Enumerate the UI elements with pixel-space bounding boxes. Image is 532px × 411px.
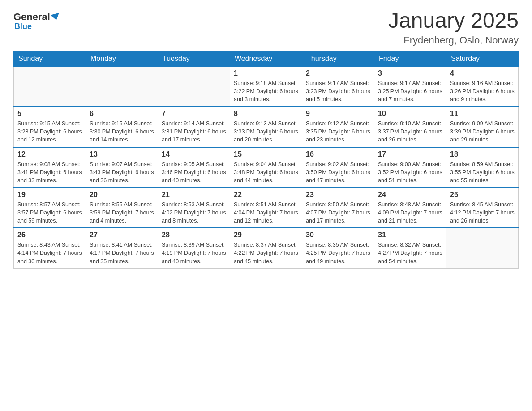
day-info: Sunrise: 9:15 AM Sunset: 3:28 PM Dayligh… [17,120,82,144]
calendar-cell: 29Sunrise: 8:37 AM Sunset: 4:22 PM Dayli… [230,228,302,268]
calendar-cell: 30Sunrise: 8:35 AM Sunset: 4:25 PM Dayli… [302,228,374,268]
calendar-week-3: 12Sunrise: 9:08 AM Sunset: 3:41 PM Dayli… [14,147,519,188]
day-number: 29 [234,231,298,239]
day-info: Sunrise: 9:17 AM Sunset: 3:23 PM Dayligh… [306,79,370,103]
day-number: 17 [378,150,442,158]
col-header-sunday: Sunday [14,51,86,66]
calendar-table: SundayMondayTuesdayWednesdayThursdayFrid… [13,51,519,269]
calendar-cell: 22Sunrise: 8:51 AM Sunset: 4:04 PM Dayli… [230,188,302,228]
calendar-cell: 28Sunrise: 8:39 AM Sunset: 4:19 PM Dayli… [158,228,230,268]
day-number: 21 [162,191,226,199]
col-header-monday: Monday [86,51,158,66]
col-header-tuesday: Tuesday [158,51,230,66]
day-number: 7 [162,110,226,118]
day-number: 28 [162,231,226,239]
calendar-title: January 2025 [388,9,519,33]
day-info: Sunrise: 9:18 AM Sunset: 3:22 PM Dayligh… [234,79,298,103]
calendar-cell [446,228,519,268]
day-info: Sunrise: 8:45 AM Sunset: 4:12 PM Dayligh… [450,201,515,225]
day-number: 22 [234,191,298,199]
calendar-week-4: 19Sunrise: 8:57 AM Sunset: 3:57 PM Dayli… [14,188,519,228]
calendar-cell: 26Sunrise: 8:43 AM Sunset: 4:14 PM Dayli… [14,228,86,268]
day-info: Sunrise: 9:07 AM Sunset: 3:43 PM Dayligh… [90,160,154,184]
calendar-cell: 19Sunrise: 8:57 AM Sunset: 3:57 PM Dayli… [14,188,86,228]
logo-general: General [13,11,50,23]
page-header: General Blue January 2025 Frydenberg, Os… [13,9,519,46]
day-info: Sunrise: 9:09 AM Sunset: 3:39 PM Dayligh… [450,120,515,144]
day-number: 4 [450,69,515,77]
calendar-cell: 25Sunrise: 8:45 AM Sunset: 4:12 PM Dayli… [446,188,519,228]
day-info: Sunrise: 9:08 AM Sunset: 3:41 PM Dayligh… [17,160,82,184]
calendar-cell: 5Sunrise: 9:15 AM Sunset: 3:28 PM Daylig… [14,107,86,147]
day-number: 5 [17,110,82,118]
calendar-cell: 4Sunrise: 9:16 AM Sunset: 3:26 PM Daylig… [446,66,519,107]
calendar-header-row: SundayMondayTuesdayWednesdayThursdayFrid… [14,51,519,66]
day-info: Sunrise: 9:02 AM Sunset: 3:50 PM Dayligh… [306,160,370,184]
calendar-cell: 12Sunrise: 9:08 AM Sunset: 3:41 PM Dayli… [14,147,86,188]
day-info: Sunrise: 9:05 AM Sunset: 3:46 PM Dayligh… [162,160,226,184]
calendar-cell: 1Sunrise: 9:18 AM Sunset: 3:22 PM Daylig… [230,66,302,107]
day-number: 23 [306,191,370,199]
calendar-week-5: 26Sunrise: 8:43 AM Sunset: 4:14 PM Dayli… [14,228,519,268]
day-number: 14 [162,150,226,158]
calendar-subtitle: Frydenberg, Oslo, Norway [388,34,519,46]
calendar-cell: 15Sunrise: 9:04 AM Sunset: 3:48 PM Dayli… [230,147,302,188]
calendar-cell [158,66,230,107]
day-number: 10 [378,110,442,118]
day-number: 13 [90,150,154,158]
day-info: Sunrise: 8:55 AM Sunset: 3:59 PM Dayligh… [90,201,154,225]
calendar-week-2: 5Sunrise: 9:15 AM Sunset: 3:28 PM Daylig… [14,107,519,147]
calendar-cell [14,66,86,107]
calendar-cell: 13Sunrise: 9:07 AM Sunset: 3:43 PM Dayli… [86,147,158,188]
day-number: 3 [378,69,442,77]
calendar-cell: 23Sunrise: 8:50 AM Sunset: 4:07 PM Dayli… [302,188,374,228]
day-info: Sunrise: 9:13 AM Sunset: 3:33 PM Dayligh… [234,120,298,144]
calendar-cell: 6Sunrise: 9:15 AM Sunset: 3:30 PM Daylig… [86,107,158,147]
day-info: Sunrise: 9:12 AM Sunset: 3:35 PM Dayligh… [306,120,370,144]
calendar-cell: 31Sunrise: 8:32 AM Sunset: 4:27 PM Dayli… [374,228,446,268]
day-info: Sunrise: 8:41 AM Sunset: 4:17 PM Dayligh… [90,241,154,265]
day-number: 19 [17,191,82,199]
day-number: 31 [378,231,442,239]
day-info: Sunrise: 9:10 AM Sunset: 3:37 PM Dayligh… [378,120,442,144]
calendar-cell: 16Sunrise: 9:02 AM Sunset: 3:50 PM Dayli… [302,147,374,188]
day-info: Sunrise: 8:51 AM Sunset: 4:04 PM Dayligh… [234,201,298,225]
day-info: Sunrise: 8:43 AM Sunset: 4:14 PM Dayligh… [17,241,82,265]
day-number: 18 [450,150,515,158]
calendar-cell: 20Sunrise: 8:55 AM Sunset: 3:59 PM Dayli… [86,188,158,228]
calendar-cell: 14Sunrise: 9:05 AM Sunset: 3:46 PM Dayli… [158,147,230,188]
day-info: Sunrise: 8:32 AM Sunset: 4:27 PM Dayligh… [378,241,442,265]
day-info: Sunrise: 9:00 AM Sunset: 3:52 PM Dayligh… [378,160,442,184]
day-number: 8 [234,110,298,118]
col-header-thursday: Thursday [302,51,374,66]
calendar-cell: 24Sunrise: 8:48 AM Sunset: 4:09 PM Dayli… [374,188,446,228]
day-info: Sunrise: 8:50 AM Sunset: 4:07 PM Dayligh… [306,201,370,225]
calendar-cell: 3Sunrise: 9:17 AM Sunset: 3:25 PM Daylig… [374,66,446,107]
col-header-friday: Friday [374,51,446,66]
title-section: January 2025 Frydenberg, Oslo, Norway [388,9,519,46]
col-header-wednesday: Wednesday [230,51,302,66]
day-number: 25 [450,191,515,199]
calendar-cell: 7Sunrise: 9:14 AM Sunset: 3:31 PM Daylig… [158,107,230,147]
day-number: 11 [450,110,515,118]
day-number: 12 [17,150,82,158]
day-number: 1 [234,69,298,77]
calendar-cell: 17Sunrise: 9:00 AM Sunset: 3:52 PM Dayli… [374,147,446,188]
calendar-cell: 10Sunrise: 9:10 AM Sunset: 3:37 PM Dayli… [374,107,446,147]
day-number: 20 [90,191,154,199]
calendar-cell: 2Sunrise: 9:17 AM Sunset: 3:23 PM Daylig… [302,66,374,107]
day-info: Sunrise: 9:04 AM Sunset: 3:48 PM Dayligh… [234,160,298,184]
day-info: Sunrise: 8:35 AM Sunset: 4:25 PM Dayligh… [306,241,370,265]
calendar-cell: 8Sunrise: 9:13 AM Sunset: 3:33 PM Daylig… [230,107,302,147]
day-number: 30 [306,231,370,239]
day-number: 2 [306,69,370,77]
day-info: Sunrise: 8:59 AM Sunset: 3:55 PM Dayligh… [450,160,515,184]
day-number: 9 [306,110,370,118]
day-info: Sunrise: 9:16 AM Sunset: 3:26 PM Dayligh… [450,79,515,103]
day-number: 24 [378,191,442,199]
logo-triangle-icon [50,13,60,21]
day-info: Sunrise: 9:14 AM Sunset: 3:31 PM Dayligh… [162,120,226,144]
calendar-cell: 18Sunrise: 8:59 AM Sunset: 3:55 PM Dayli… [446,147,519,188]
calendar-cell: 11Sunrise: 9:09 AM Sunset: 3:39 PM Dayli… [446,107,519,147]
day-number: 15 [234,150,298,158]
